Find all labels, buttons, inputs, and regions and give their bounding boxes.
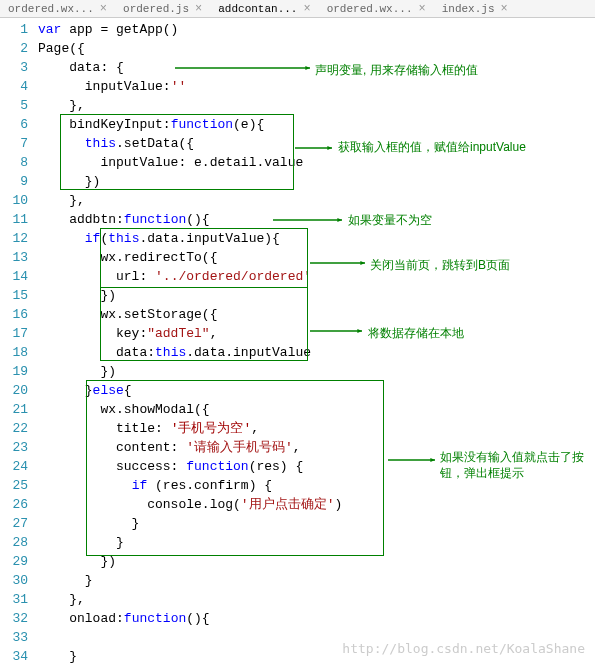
line-number: 20 — [0, 381, 28, 400]
line-number: 11 — [0, 210, 28, 229]
code-line: }, — [38, 590, 595, 609]
code-line: url: '../ordered/ordered' — [38, 267, 595, 286]
code-line: Page({ — [38, 39, 595, 58]
close-icon[interactable]: × — [100, 2, 107, 16]
tab-label: addcontan... — [218, 3, 297, 15]
line-number: 29 — [0, 552, 28, 571]
code-line: } — [38, 514, 595, 533]
line-number: 14 — [0, 267, 28, 286]
line-number: 17 — [0, 324, 28, 343]
line-number: 33 — [0, 628, 28, 647]
line-number: 16 — [0, 305, 28, 324]
line-number: 22 — [0, 419, 28, 438]
line-number: 23 — [0, 438, 28, 457]
code-line: }) — [38, 172, 595, 191]
line-number: 13 — [0, 248, 28, 267]
close-icon[interactable]: × — [419, 2, 426, 16]
line-number: 34 — [0, 647, 28, 664]
code-line: }, — [38, 96, 595, 115]
code-line: var app = getApp() — [38, 20, 595, 39]
line-number: 27 — [0, 514, 28, 533]
code-line: console.log('用户点击确定') — [38, 495, 595, 514]
line-number: 31 — [0, 590, 28, 609]
tab-index-js[interactable]: index.js× — [434, 2, 516, 16]
annotation-text: 声明变量, 用来存储输入框的值 — [315, 63, 478, 79]
line-number: 10 — [0, 191, 28, 210]
code-line: } — [38, 533, 595, 552]
close-icon[interactable]: × — [303, 2, 310, 16]
close-icon[interactable]: × — [501, 2, 508, 16]
code-line: inputValue: e.detail.value — [38, 153, 595, 172]
tab-label: ordered.js — [123, 3, 189, 15]
code-line: data:this.data.inputValue — [38, 343, 595, 362]
tab-ordered-js[interactable]: ordered.js× — [115, 2, 210, 16]
line-number: 2 — [0, 39, 28, 58]
code-line: wx.setStorage({ — [38, 305, 595, 324]
code-line: bindKeyInput:function(e){ — [38, 115, 595, 134]
code-line: inputValue:'' — [38, 77, 595, 96]
code-line: wx.redirectTo({ — [38, 248, 595, 267]
tab-addcontan-[interactable]: addcontan...× — [210, 2, 318, 16]
line-number: 6 — [0, 115, 28, 134]
tab-label: index.js — [442, 3, 495, 15]
annotation-text: 如果没有输入值就点击了按钮，弹出框提示 — [440, 450, 590, 481]
code-line: }) — [38, 552, 595, 571]
annotation-text: 将数据存储在本地 — [368, 326, 464, 342]
line-number: 19 — [0, 362, 28, 381]
annotation-text: 关闭当前页，跳转到B页面 — [370, 258, 510, 274]
code-line: title: '手机号为空', — [38, 419, 595, 438]
watermark: http://blog.csdn.net/KoalaShane — [342, 641, 585, 656]
tab-bar: ordered.wx...×ordered.js×addcontan...×or… — [0, 0, 595, 18]
line-gutter: 1234567891011121314151617181920212223242… — [0, 18, 38, 664]
code-line: onload:function(){ — [38, 609, 595, 628]
code-line: addbtn:function(){ — [38, 210, 595, 229]
code-line: key:"addTel", — [38, 324, 595, 343]
line-number: 18 — [0, 343, 28, 362]
line-number: 24 — [0, 457, 28, 476]
code-line: if(this.data.inputValue){ — [38, 229, 595, 248]
annotation-text: 获取输入框的值，赋值给inputValue — [338, 140, 526, 156]
line-number: 9 — [0, 172, 28, 191]
line-number: 12 — [0, 229, 28, 248]
line-number: 15 — [0, 286, 28, 305]
line-number: 5 — [0, 96, 28, 115]
close-icon[interactable]: × — [195, 2, 202, 16]
code-line: }else{ — [38, 381, 595, 400]
line-number: 30 — [0, 571, 28, 590]
line-number: 21 — [0, 400, 28, 419]
line-number: 25 — [0, 476, 28, 495]
code-line: }) — [38, 362, 595, 381]
tab-ordered-wx-[interactable]: ordered.wx...× — [319, 2, 434, 16]
line-number: 4 — [0, 77, 28, 96]
line-number: 26 — [0, 495, 28, 514]
code-line: wx.showModal({ — [38, 400, 595, 419]
line-number: 3 — [0, 58, 28, 77]
code-line: }) — [38, 286, 595, 305]
line-number: 28 — [0, 533, 28, 552]
line-number: 8 — [0, 153, 28, 172]
annotation-text: 如果变量不为空 — [348, 213, 432, 229]
tab-label: ordered.wx... — [327, 3, 413, 15]
line-number: 32 — [0, 609, 28, 628]
code-content[interactable]: var app = getApp()Page({ data: { inputVa… — [38, 18, 595, 664]
code-line: }, — [38, 191, 595, 210]
editor-area: 1234567891011121314151617181920212223242… — [0, 18, 595, 664]
tab-label: ordered.wx... — [8, 3, 94, 15]
code-line: } — [38, 571, 595, 590]
line-number: 7 — [0, 134, 28, 153]
line-number: 1 — [0, 20, 28, 39]
tab-ordered-wx-[interactable]: ordered.wx...× — [0, 2, 115, 16]
